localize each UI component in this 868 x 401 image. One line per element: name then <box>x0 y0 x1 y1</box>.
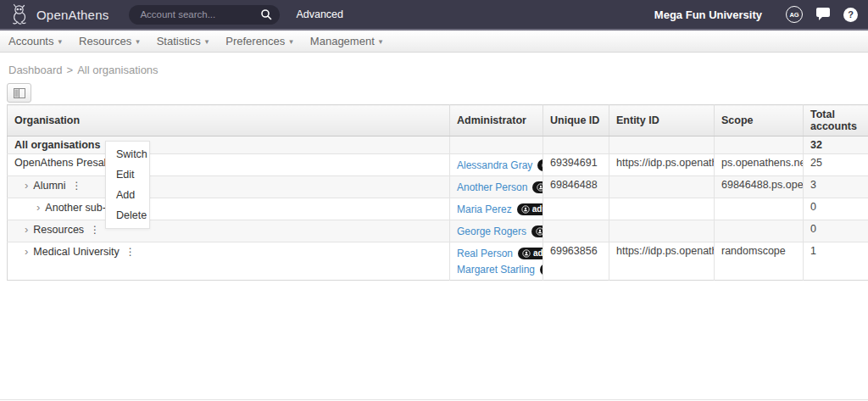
columns-icon <box>14 88 25 98</box>
org-name: Medical University <box>33 246 119 258</box>
org-cell: ›Medical University⋮ <box>8 242 450 281</box>
scope-cell <box>715 220 804 242</box>
unique-id-cell: 69394691 <box>543 154 609 176</box>
org-cell: ›Resources⋮ <box>8 220 450 242</box>
nav-resources[interactable]: Resources ▾ <box>79 31 145 51</box>
logo-text: OpenAthens <box>36 8 108 22</box>
administrator-cell: George Rogers admin <box>450 220 543 242</box>
scope-cell: ps.openathens.net <box>715 154 804 176</box>
total-accounts-cell: 3 <box>804 176 868 198</box>
nav-accounts[interactable]: Accounts ▾ <box>8 31 67 51</box>
administrator-entry: Maria Perez admin <box>457 201 536 217</box>
column-header-scope[interactable]: Scope <box>715 105 804 136</box>
administrator-cell: Maria Perez admin <box>450 198 543 220</box>
role-label: admin <box>532 204 543 214</box>
help-question-mark: ? <box>843 8 858 22</box>
row-actions-kebab-icon[interactable]: ⋮ <box>72 180 82 192</box>
expand-chevron-icon[interactable]: › <box>25 245 28 258</box>
column-header-organisation[interactable]: Organisation <box>8 105 450 136</box>
nav-preferences[interactable]: Preferences ▾ <box>225 31 298 51</box>
scope-cell: 69846488.ps.opena... <box>715 176 804 198</box>
role-badge: owner <box>537 159 542 171</box>
column-header-administrator[interactable]: Administrator <box>450 105 543 136</box>
row-actions-kebab-icon[interactable]: ⋮ <box>90 224 100 236</box>
unique-id-cell <box>543 220 609 242</box>
account-search-input[interactable] <box>129 5 280 25</box>
column-header-unique-id[interactable]: Unique ID <box>543 105 609 136</box>
unique-id-cell: 69963856 <box>543 242 609 281</box>
administrator-cell <box>450 136 543 154</box>
context-menu-item-delete[interactable]: Delete <box>106 205 149 226</box>
entity-id-cell <box>609 198 715 220</box>
administrator-cell: Another Person admin <box>450 176 543 198</box>
search-icon[interactable] <box>260 8 272 24</box>
nav-management[interactable]: Management ▾ <box>310 31 387 51</box>
org-cell: ›Another sub-org⋮ <box>8 198 450 220</box>
nav-resources-label: Resources <box>79 35 131 47</box>
administrator-cell: Alessandra Gray owner <box>450 154 543 176</box>
context-menu-item-add[interactable]: Add <box>106 185 149 205</box>
total-accounts-cell: 0 <box>804 198 868 220</box>
unique-id-cell <box>543 198 609 220</box>
scope-cell <box>715 198 804 220</box>
user-icon <box>522 249 531 258</box>
context-menu: Switch Edit Add Delete <box>105 141 150 229</box>
column-header-entity-id[interactable]: Entity ID <box>609 105 715 136</box>
breadcrumb-current-page: All organisations <box>77 64 158 76</box>
administrator-entry: Margaret Starling admin <box>457 261 536 277</box>
user-icon <box>537 183 542 192</box>
org-cell: OpenAthens Presales⋮ <box>8 154 450 176</box>
nav-accounts-label: Accounts <box>8 35 53 47</box>
openathens-logo[interactable]: OpenAthens <box>10 3 108 25</box>
entity-id-cell <box>609 220 715 242</box>
entity-id-cell: https://idp.ps.openathen... <box>609 242 715 281</box>
administrator-link[interactable]: George Rogers <box>457 226 526 237</box>
breadcrumb-dashboard-link[interactable]: Dashboard <box>8 64 63 76</box>
administrator-link[interactable]: Alessandra Gray <box>457 159 532 171</box>
user-icon <box>521 205 530 214</box>
administrator-entry: Alessandra Gray owner <box>457 157 536 173</box>
column-header-total-accounts[interactable]: Total accounts <box>804 105 868 136</box>
column-chooser-button[interactable] <box>7 83 31 103</box>
chat-icon[interactable] <box>815 8 831 21</box>
expand-chevron-icon[interactable]: › <box>25 179 28 192</box>
role-badge: admin <box>517 203 543 215</box>
chevron-down-icon: ▾ <box>379 37 383 46</box>
administrator-entry: George Rogers admin <box>457 223 536 239</box>
context-menu-item-switch[interactable]: Switch <box>106 144 149 164</box>
entity-id-cell <box>609 136 715 154</box>
administrator-link[interactable]: Another Person <box>457 181 527 193</box>
role-badge: admin <box>518 248 542 259</box>
chevron-down-icon: ▾ <box>205 37 209 46</box>
administrator-entry: Real Person admin <box>457 245 536 261</box>
unique-id-cell: 69846488 <box>543 176 609 198</box>
administrator-link[interactable]: Margaret Starling <box>457 264 535 276</box>
role-badge: admin <box>540 264 542 276</box>
context-menu-item-edit[interactable]: Edit <box>106 164 149 185</box>
nav-management-label: Management <box>310 35 375 47</box>
administrator-link[interactable]: Maria Perez <box>457 203 512 215</box>
advanced-search-link[interactable]: Advanced <box>296 8 343 20</box>
chevron-down-icon: ▾ <box>58 37 62 46</box>
expand-chevron-icon[interactable]: › <box>36 201 40 214</box>
role-label: admin <box>533 248 542 259</box>
role-badge: admin <box>531 226 542 237</box>
user-avatar[interactable]: AG <box>786 6 803 23</box>
total-accounts-cell: 0 <box>804 220 868 242</box>
current-organisation-name: Mega Fun University <box>654 8 762 21</box>
row-actions-kebab-icon[interactable]: ⋮ <box>125 246 136 258</box>
scope-cell: randomscope <box>715 242 804 281</box>
help-icon[interactable]: ? <box>843 8 858 22</box>
org-name: OpenAthens Presales <box>14 157 118 169</box>
total-accounts-cell: 1 <box>804 242 868 281</box>
topbar: OpenAthens Advanced Mega Fun University … <box>0 0 868 31</box>
expand-chevron-icon[interactable]: › <box>25 223 28 236</box>
nav-preferences-label: Preferences <box>225 35 285 47</box>
entity-id-cell: https://idp.ps.openathen... <box>609 154 715 176</box>
administrator-link[interactable]: Real Person <box>457 248 513 259</box>
total-accounts-cell: 25 <box>804 154 868 176</box>
breadcrumb: Dashboard>All organisations <box>8 64 868 76</box>
nav-statistics[interactable]: Statistics ▾ <box>157 31 214 51</box>
org-name: All organisations <box>8 136 450 154</box>
role-badge: admin <box>532 181 542 193</box>
